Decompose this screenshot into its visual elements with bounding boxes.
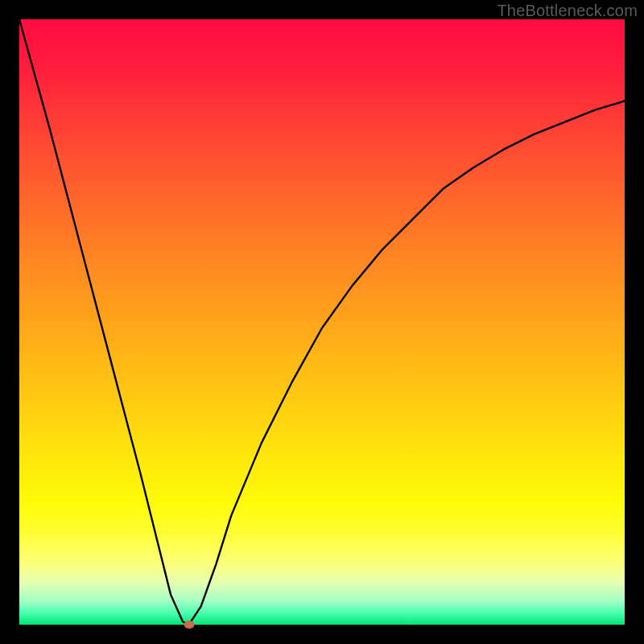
chart-frame: TheBottleneck.com: [0, 0, 644, 644]
watermark-text: TheBottleneck.com: [497, 2, 638, 20]
bottleneck-curve: [19, 19, 625, 625]
plot-area: [19, 19, 625, 625]
minimum-marker: [184, 621, 194, 629]
curve-svg: [19, 19, 625, 625]
